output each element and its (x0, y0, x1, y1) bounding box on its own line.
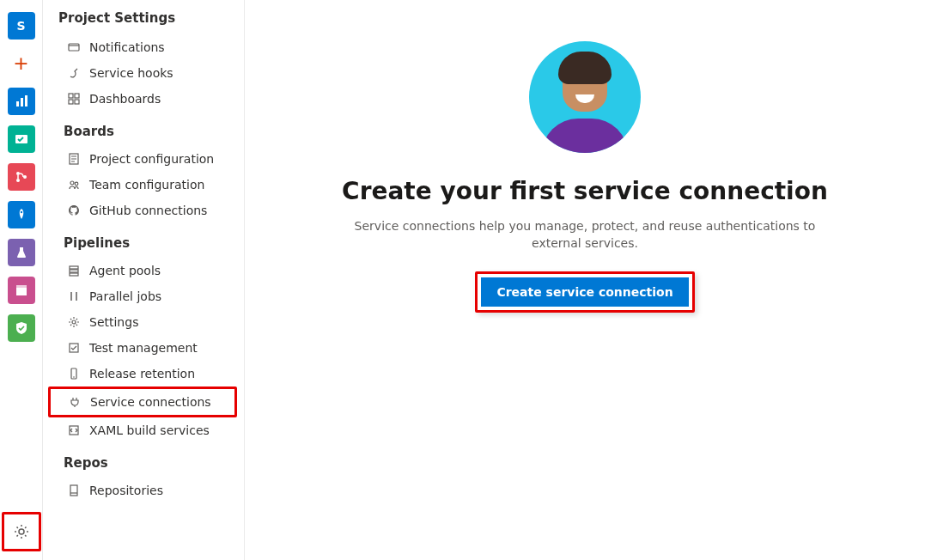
gear-highlight (2, 512, 41, 551)
sidebar-label: XAML build services (89, 423, 210, 437)
sidebar-label: Project configuration (89, 152, 214, 166)
package-icon[interactable] (8, 277, 35, 304)
sidebar-item-xaml-build-services[interactable]: XAML build services (43, 417, 244, 443)
sidebar-label: Dashboards (89, 92, 161, 106)
svg-point-18 (75, 182, 78, 186)
service-connections-highlight: Service connections (48, 387, 237, 417)
sidebar-item-dashboards[interactable]: Dashboards (43, 86, 244, 112)
bell-icon (67, 40, 81, 54)
svg-rect-11 (69, 44, 79, 51)
sidebar-item-project-configuration[interactable]: Project configuration (43, 146, 244, 172)
svg-rect-12 (69, 94, 73, 98)
sidebar-label: Service hooks (89, 66, 173, 80)
sidebar-item-service-connections[interactable]: Service connections (51, 389, 234, 415)
sidebar-item-github-connections[interactable]: GitHub connections (43, 198, 244, 223)
svg-rect-8 (16, 288, 27, 295)
sidebar-label: Release retention (89, 367, 195, 380)
xaml-icon (67, 423, 81, 437)
svg-point-25 (73, 376, 75, 378)
svg-rect-1 (21, 98, 23, 107)
sidebar-title: Project Settings (43, 5, 244, 34)
sidebar-item-agent-pools[interactable]: Agent pools (43, 258, 244, 283)
sidebar-item-service-hooks[interactable]: Service hooks (43, 60, 244, 86)
icon-rail: S + (0, 0, 43, 560)
sidebar-label: Notifications (89, 40, 165, 54)
svg-point-5 (16, 179, 20, 182)
sidebar-label: Team configuration (89, 178, 204, 192)
page-description: Service connections help you manage, pro… (344, 217, 825, 253)
group-header-repos: Repos (43, 443, 244, 478)
svg-rect-15 (75, 100, 79, 104)
sidebar-label: Parallel jobs (89, 289, 161, 303)
sidebar-label: Test management (89, 341, 198, 355)
svg-rect-13 (75, 94, 79, 98)
svg-rect-0 (16, 101, 19, 107)
sidebar-item-settings[interactable]: Settings (43, 309, 244, 335)
create-service-connection-button[interactable]: Create service connection (481, 277, 688, 307)
retention-icon (67, 367, 81, 380)
gear-sm-icon (67, 315, 81, 329)
hook-icon (67, 66, 81, 80)
grid-icon (67, 92, 81, 106)
rocket-icon[interactable] (8, 201, 35, 228)
test-icon (67, 341, 81, 355)
doc-icon (67, 152, 81, 166)
sidebar-label: Repositories (89, 484, 163, 497)
git-icon[interactable] (8, 163, 35, 191)
sidebar-item-release-retention[interactable]: Release retention (43, 361, 244, 387)
add-icon[interactable]: + (8, 50, 35, 77)
sidebar-item-repositories[interactable]: Repositories (43, 478, 244, 503)
svg-rect-27 (70, 485, 77, 496)
page-title: Create your first service connection (342, 177, 828, 205)
group-header-pipelines: Pipelines (43, 223, 244, 258)
svg-point-10 (19, 529, 24, 534)
sidebar-label: GitHub connections (89, 204, 207, 217)
main-content: Create your first service connection Ser… (245, 0, 925, 560)
check-card-icon[interactable] (8, 125, 35, 153)
svg-rect-14 (69, 100, 73, 104)
svg-rect-20 (70, 270, 78, 272)
svg-rect-19 (70, 266, 78, 269)
avatar-illustration (529, 41, 641, 153)
svg-point-4 (16, 172, 20, 175)
flask-icon[interactable] (8, 239, 35, 266)
settings-sidebar: Project Settings Notifications Service h… (43, 0, 245, 560)
svg-rect-9 (16, 285, 27, 288)
sidebar-item-parallel-jobs[interactable]: Parallel jobs (43, 283, 244, 309)
svg-point-17 (70, 181, 74, 185)
shield-icon[interactable] (8, 314, 35, 342)
plug-icon (68, 395, 82, 409)
sidebar-label: Service connections (90, 395, 211, 409)
svg-rect-2 (25, 95, 27, 107)
svg-rect-23 (70, 344, 78, 352)
project-settings-gear-icon[interactable] (8, 518, 35, 545)
github-icon (67, 204, 81, 217)
sidebar-item-team-configuration[interactable]: Team configuration (43, 172, 244, 198)
create-button-highlight: Create service connection (475, 271, 694, 313)
sidebar-label: Settings (89, 315, 138, 329)
svg-rect-21 (70, 273, 78, 276)
repo-icon (67, 484, 81, 497)
sidebar-item-test-management[interactable]: Test management (43, 335, 244, 361)
svg-point-22 (72, 320, 76, 324)
pool-icon (67, 264, 81, 277)
sidebar-item-notifications[interactable]: Notifications (43, 34, 244, 60)
sidebar-label: Agent pools (89, 264, 161, 277)
group-header-boards: Boards (43, 112, 244, 146)
team-icon (67, 178, 81, 192)
space-letter: S (16, 19, 25, 33)
parallel-icon (67, 289, 81, 303)
space-icon[interactable]: S (8, 12, 35, 40)
svg-point-7 (20, 211, 21, 213)
stats-icon[interactable] (8, 88, 35, 115)
